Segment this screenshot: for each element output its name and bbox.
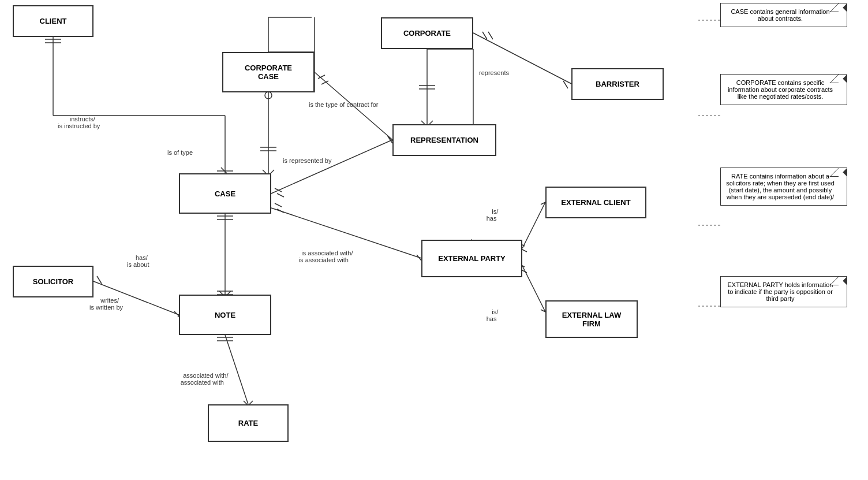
svg-line-7 — [221, 168, 227, 173]
svg-line-30 — [563, 81, 568, 88]
svg-line-43 — [417, 255, 421, 261]
entity-representation: REPRESENTATION — [392, 124, 496, 156]
svg-point-10 — [265, 92, 272, 99]
entity-barrister: BARRISTER — [571, 68, 664, 100]
entity-solicitor: SOLICITOR — [13, 266, 93, 297]
label-represents: represents — [479, 69, 509, 76]
entity-corporate-case: CORPORATECASE — [222, 52, 315, 92]
entity-external-client: EXTERNAL CLIENT — [545, 187, 646, 218]
label-is-represented-by: is represented by — [283, 157, 331, 164]
entity-case: CASE — [179, 173, 271, 214]
label-is-has-law: is/ has — [485, 302, 498, 329]
entity-note: NOTE — [179, 295, 271, 335]
note-case: CASE contains general information about … — [720, 3, 847, 27]
label-instructs: instructs/ is instructed by — [58, 109, 100, 136]
entity-external-party: EXTERNAL PARTY — [421, 240, 522, 277]
note-rate: RATE contains information about a solici… — [720, 168, 847, 206]
svg-line-28 — [482, 32, 487, 39]
svg-line-33 — [321, 81, 328, 84]
label-associated-with: associated with/ associated with — [176, 365, 229, 393]
diagram-canvas: CLIENT CORPORATE CORPORATECASE BARRISTER… — [0, 0, 868, 480]
svg-line-34 — [388, 136, 392, 143]
svg-line-32 — [318, 75, 325, 79]
note-corporate: CORPORATE contains specific information … — [720, 74, 847, 105]
svg-line-42 — [277, 209, 284, 213]
note-external-party: EXTERNAL PARTY holds information to indi… — [720, 276, 847, 307]
label-is-has-client: is/ has — [485, 201, 498, 229]
svg-line-41 — [275, 203, 282, 207]
svg-line-36 — [271, 140, 392, 194]
entity-corporate: CORPORATE — [381, 17, 473, 49]
svg-line-61 — [522, 202, 545, 248]
svg-line-29 — [488, 32, 493, 39]
label-is-associated: is associated with/ is associated with — [294, 243, 353, 270]
label-writes: writes/ is written by — [89, 290, 123, 318]
entity-external-law-firm: EXTERNAL LAWFIRM — [545, 300, 638, 338]
label-is-of-type: is of type — [167, 149, 193, 156]
svg-line-37 — [275, 188, 282, 192]
label-has-is-about: has/ is about — [127, 247, 149, 275]
entity-rate: RATE — [208, 404, 289, 442]
label-is-the-type: is the type of contract for — [309, 101, 378, 108]
svg-line-56 — [225, 335, 248, 404]
svg-line-65 — [522, 266, 545, 312]
svg-line-38 — [277, 194, 284, 197]
svg-line-53 — [97, 276, 102, 284]
entity-client: CLIENT — [13, 5, 93, 37]
